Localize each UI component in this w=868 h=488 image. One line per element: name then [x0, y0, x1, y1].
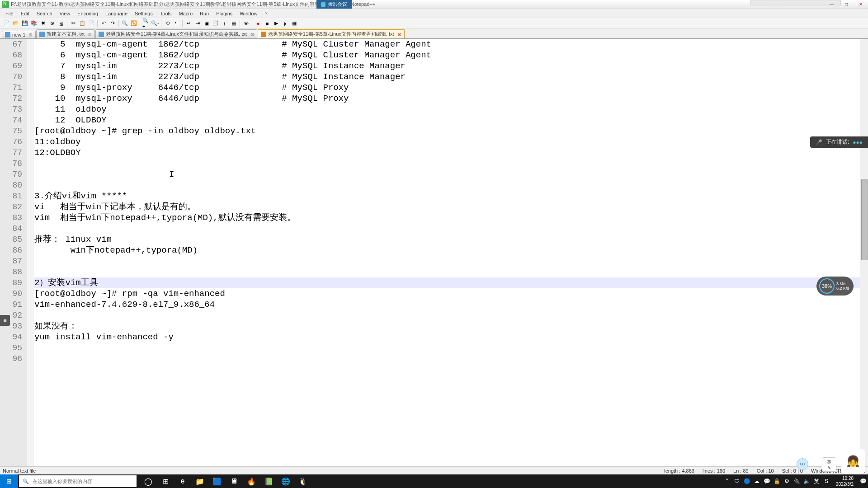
menu-plugins[interactable]: Plugins — [212, 10, 236, 17]
taskbar-app-5[interactable]: 🖥 — [226, 474, 242, 488]
editor-line[interactable]: 如果没有： — [34, 321, 860, 332]
close-button[interactable]: ✕ — [854, 0, 868, 9]
editor-line[interactable] — [34, 310, 860, 321]
tray-icon-9[interactable]: 英 — [812, 477, 821, 485]
taskbar-app-1[interactable]: ⊞ — [157, 474, 174, 488]
editor-line[interactable]: [root@oldboy ~]# grep -in oldboy oldboy.… — [34, 126, 860, 136]
menu-window[interactable]: Window — [236, 10, 261, 17]
menu-file[interactable]: File — [2, 10, 17, 17]
start-button[interactable] — [0, 474, 18, 488]
menu-encoding[interactable]: Encoding — [74, 10, 102, 17]
maximize-button[interactable]: □ — [839, 0, 854, 9]
notification-bubble[interactable]: 00 — [797, 458, 808, 470]
side-tab-icon[interactable]: ≡ — [0, 315, 10, 326]
copy-button[interactable] — [78, 19, 86, 28]
ime-indicator[interactable]: 英 ✎ — [822, 457, 836, 472]
menu-run[interactable]: Run — [196, 10, 212, 17]
sync-scroll-button[interactable] — [163, 19, 171, 28]
editor-line[interactable]: 11:oldboy — [34, 136, 860, 147]
taskbar-app-3[interactable]: 📁 — [192, 474, 208, 488]
paste-button[interactable] — [87, 19, 95, 28]
scrollbar-thumb[interactable] — [861, 179, 868, 260]
cut-button[interactable] — [69, 19, 77, 28]
taskbar-app-4[interactable]: 🟦 — [209, 474, 225, 488]
editor-line[interactable] — [34, 169, 860, 180]
editor-line[interactable] — [34, 343, 860, 353]
editor-line[interactable]: 8 mysql-im 2273/udp # MySQL Instance Man… — [34, 71, 860, 82]
fold-button[interactable] — [203, 19, 211, 28]
doc-map-button[interactable] — [230, 19, 238, 28]
tray-icon-0[interactable]: ˄ — [723, 477, 731, 485]
menu-edit[interactable]: Edit — [17, 10, 33, 17]
tray-icon-8[interactable]: 🔈 — [802, 477, 811, 485]
editor-line[interactable]: yum install vim-enhanced -y — [34, 332, 860, 343]
menu-search[interactable]: Search — [33, 10, 56, 17]
macro-play-multi-button[interactable] — [281, 19, 289, 28]
tray-icon-4[interactable]: 💬 — [763, 477, 771, 485]
zoom-out-button[interactable] — [151, 19, 159, 28]
macro-record-button[interactable] — [254, 19, 262, 28]
tray-icon-2[interactable]: 🔵 — [743, 477, 751, 485]
editor-line[interactable]: vim-enhanced-7.4.629-8.el7_9.x86_64 — [34, 299, 860, 310]
close-all-button[interactable] — [48, 19, 56, 28]
editor-line[interactable] — [34, 158, 860, 169]
menu-language[interactable]: Language — [102, 10, 131, 17]
performance-overlay[interactable]: 38% 3 M/s 6.2 K/s — [816, 277, 854, 296]
function-list-button[interactable] — [221, 19, 229, 28]
vertical-scrollbar[interactable] — [860, 39, 868, 466]
editor-line[interactable] — [34, 223, 860, 234]
taskbar-app-8[interactable]: 🌐 — [278, 474, 294, 488]
editor-line[interactable]: win下notepad++,typora(MD) — [34, 245, 860, 256]
open-file-button[interactable] — [12, 19, 20, 28]
macro-play-button[interactable] — [272, 19, 280, 28]
save-button[interactable] — [21, 19, 29, 28]
editor-line[interactable]: 12 OLDBOY — [34, 115, 860, 126]
taskbar-app-0[interactable]: ◯ — [140, 474, 156, 488]
editor-line[interactable] — [34, 180, 860, 191]
indent-guide-button[interactable] — [193, 19, 202, 28]
assistant-avatar[interactable]: 👧 — [841, 449, 865, 474]
editor-line[interactable]: 11 oldboy — [34, 104, 860, 115]
macro-stop-button[interactable] — [263, 19, 271, 28]
menu-view[interactable]: View — [56, 10, 74, 17]
editor-line[interactable]: 7 mysql-im 2273/tcp # MySQL Instance Man… — [34, 61, 860, 71]
tab-close-icon[interactable]: ⊠ — [88, 32, 92, 37]
notifications-button[interactable]: 💬 — [859, 477, 867, 485]
editor-line[interactable]: 5 mysql-cm-agent 1862/tcp # MySQL Cluste… — [34, 39, 860, 50]
file-tab-2[interactable]: 老男孩网络安全11期-第4章-Linux文件和目录知识与命令实践. txt⊠ — [95, 29, 257, 38]
editor-line[interactable] — [34, 256, 860, 267]
tray-icon-7[interactable]: 🔌 — [793, 477, 801, 485]
zoom-in-button[interactable] — [142, 19, 150, 28]
find-button[interactable] — [121, 19, 129, 28]
doc-switcher-button[interactable] — [212, 19, 220, 28]
editor-line[interactable]: 9 mysql-proxy 6446/tcp # MySQL Proxy — [34, 82, 860, 93]
text-editor[interactable]: 5 mysql-cm-agent 1862/tcp # MySQL Cluste… — [33, 39, 860, 466]
editor-line[interactable]: 10 mysql-proxy 6446/udp # MySQL Proxy — [34, 93, 860, 104]
file-tab-0[interactable]: new 1⊠ — [2, 31, 36, 38]
minimize-button[interactable]: — — [825, 0, 839, 9]
taskbar-clock[interactable]: 10:28 2022/3/2 — [832, 475, 857, 487]
file-tab-1[interactable]: 新建文本文档. txt⊠ — [36, 29, 95, 38]
show-whitespace-button[interactable] — [172, 19, 180, 28]
taskbar-app-6[interactable]: 🔥 — [243, 474, 259, 488]
editor-line[interactable]: 推荐： linux vim — [34, 234, 860, 245]
tray-icon-10[interactable]: S — [822, 477, 830, 485]
close-file-button[interactable] — [39, 19, 47, 28]
tab-close-icon[interactable]: ⊠ — [29, 33, 33, 37]
editor-line[interactable]: 2）安装vim工具 — [34, 277, 860, 288]
tencent-meeting-badge[interactable]: 腾讯会议 — [316, 0, 352, 9]
file-tab-3[interactable]: 老男孩网络安全11期-第5章-Linux文件内容查看和编辑. txt⊠ — [258, 29, 405, 38]
menu-tools[interactable]: Tools — [156, 10, 175, 17]
redo-button[interactable] — [108, 19, 117, 28]
editor-line[interactable]: 12:OLDBOY — [34, 147, 860, 158]
taskbar-app-2[interactable]: e — [175, 474, 191, 488]
macro-save-button[interactable] — [290, 19, 298, 28]
taskbar-search[interactable]: 🔍 在这里输入你要搜索的内容 — [19, 475, 137, 487]
editor-line[interactable] — [34, 353, 860, 364]
taskbar-app-7[interactable]: 📗 — [260, 474, 277, 488]
tray-icon-3[interactable]: ☁ — [753, 477, 761, 485]
save-all-button[interactable] — [30, 19, 38, 28]
editor-line[interactable]: vi 相当于win下记事本，默认是有的。 — [34, 202, 860, 212]
tray-icon-1[interactable]: 🛡 — [733, 477, 741, 485]
undo-button[interactable] — [99, 19, 108, 28]
